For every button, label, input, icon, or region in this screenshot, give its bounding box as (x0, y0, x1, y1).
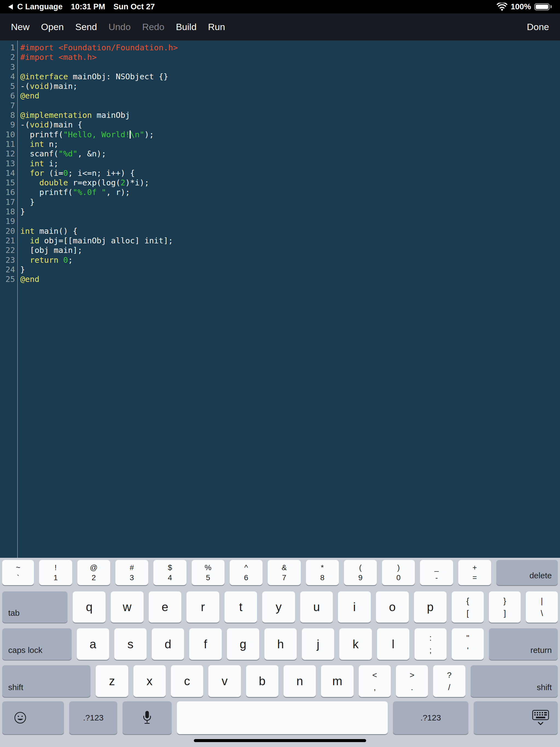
key-j[interactable]: j (302, 628, 334, 660)
key-z[interactable]: z (96, 665, 128, 697)
keyboard-row: ~`!1@2#3$4%5^6&7*8(9)0_-+=delete (2, 560, 558, 585)
key-d[interactable]: d (152, 628, 184, 660)
key-hyphen[interactable]: _- (420, 560, 453, 585)
line-number: 8 (0, 110, 15, 120)
key-2[interactable]: @2 (77, 560, 110, 585)
line-number: 4 (0, 72, 15, 81)
key-x[interactable]: x (133, 665, 166, 697)
key-9[interactable]: (9 (344, 560, 377, 585)
key-e[interactable]: e (149, 591, 182, 623)
code-line: 24} (0, 265, 560, 275)
line-number: 5 (0, 81, 15, 91)
code-text: -(void)main; (20, 81, 78, 91)
key-6[interactable]: ^6 (230, 560, 262, 585)
key-s[interactable]: s (114, 628, 147, 660)
keyboard-row: shiftzxcvbnm<,>.?/shift (2, 665, 558, 697)
line-number: 10 (0, 130, 15, 139)
key-a[interactable]: a (77, 628, 109, 660)
code-text: } (20, 207, 25, 216)
key-i[interactable]: i (338, 591, 371, 623)
key-p[interactable]: p (414, 591, 447, 623)
key-backtick[interactable]: ~` (2, 560, 34, 585)
code-lines: 1#import <Foundation/Foundation.h>2#impo… (0, 43, 560, 284)
line-number: 1 (0, 43, 15, 52)
code-editor[interactable]: 1#import <Foundation/Foundation.h>2#impo… (0, 41, 560, 558)
key-return[interactable]: return (489, 628, 558, 660)
key-numbers-right[interactable]: .?123 (393, 701, 469, 734)
key-numbers-left[interactable]: .?123 (69, 701, 117, 734)
key-m[interactable]: m (321, 665, 353, 697)
key-delete[interactable]: delete (496, 560, 558, 585)
back-app-name: C Language (17, 2, 62, 11)
undo-button[interactable]: Undo (108, 22, 131, 32)
run-button[interactable]: Run (208, 22, 225, 32)
key-equals[interactable]: += (458, 560, 491, 585)
key-t[interactable]: t (225, 591, 257, 623)
line-number: 21 (0, 236, 15, 246)
key-shift-right[interactable]: shift (470, 665, 558, 697)
key-3[interactable]: #3 (116, 560, 148, 585)
key-k[interactable]: k (339, 628, 372, 660)
key-tab[interactable]: tab (2, 591, 68, 623)
key-4[interactable]: $4 (153, 560, 186, 585)
new-button[interactable]: New (11, 22, 29, 32)
text-cursor (130, 130, 131, 138)
code-line: 11 int n; (0, 139, 560, 149)
line-number: 19 (0, 216, 15, 226)
key-dictation[interactable] (123, 701, 172, 734)
send-button[interactable]: Send (75, 22, 97, 32)
key-b[interactable]: b (246, 665, 278, 697)
key-period[interactable]: >. (396, 665, 428, 697)
key-shift-left[interactable]: shift (2, 665, 91, 697)
code-line: 5-(void)main; (0, 81, 560, 91)
code-line: 9-(void)main { (0, 120, 560, 130)
key-w[interactable]: w (111, 591, 144, 623)
key-1[interactable]: !1 (39, 560, 72, 585)
key-dismiss-keyboard[interactable] (474, 701, 558, 734)
key-h[interactable]: h (264, 628, 297, 660)
key-7[interactable]: &7 (268, 560, 301, 585)
code-line: 25@end (0, 275, 560, 284)
key-0[interactable]: )0 (382, 560, 415, 585)
key-o[interactable]: o (376, 591, 409, 623)
redo-button[interactable]: Redo (142, 22, 164, 32)
code-line: 21 id obj=[[mainObj alloc] init]; (0, 236, 560, 246)
line-number: 7 (0, 101, 15, 110)
key-semicolon[interactable]: :; (414, 628, 447, 660)
status-date: Sun Oct 27 (113, 2, 155, 11)
key-comma[interactable]: <, (359, 665, 391, 697)
done-button[interactable]: Done (527, 22, 549, 32)
key-v[interactable]: v (208, 665, 240, 697)
back-to-app[interactable]: C Language 10:31 PM Sun Oct 27 (8, 2, 155, 11)
key-backslash[interactable]: |\ (526, 591, 558, 623)
keyboard-row: caps lockasdfghjkl:;"'return (2, 628, 558, 660)
key-space[interactable] (177, 701, 388, 734)
toolbar: NewOpenSendUndoRedoBuildRun Done (0, 14, 560, 41)
key-bracket-close[interactable]: }] (489, 591, 521, 623)
build-button[interactable]: Build (176, 22, 197, 32)
key-c[interactable]: c (171, 665, 203, 697)
line-number: 20 (0, 226, 15, 236)
code-line: 23 return 0; (0, 255, 560, 265)
key-q[interactable]: q (73, 591, 105, 623)
key-l[interactable]: l (377, 628, 409, 660)
key-slash[interactable]: ?/ (433, 665, 465, 697)
key-8[interactable]: *8 (306, 560, 339, 585)
key-f[interactable]: f (189, 628, 222, 660)
code-line: 3 (0, 62, 560, 72)
key-5[interactable]: %5 (192, 560, 225, 585)
open-button[interactable]: Open (41, 22, 64, 32)
key-g[interactable]: g (227, 628, 259, 660)
key-y[interactable]: y (262, 591, 295, 623)
key-emoji[interactable] (2, 701, 64, 734)
home-indicator[interactable] (194, 739, 366, 742)
code-text: @implementation mainObj (20, 110, 130, 120)
key-caps-lock[interactable]: caps lock (2, 628, 72, 660)
battery-icon (534, 3, 552, 10)
key-bracket-open[interactable]: {[ (452, 591, 484, 623)
key-r[interactable]: r (186, 591, 219, 623)
key-quote[interactable]: "' (452, 628, 484, 660)
code-text: for (i=0; i<=n; i++) { (20, 169, 135, 178)
key-n[interactable]: n (284, 665, 316, 697)
key-u[interactable]: u (300, 591, 333, 623)
